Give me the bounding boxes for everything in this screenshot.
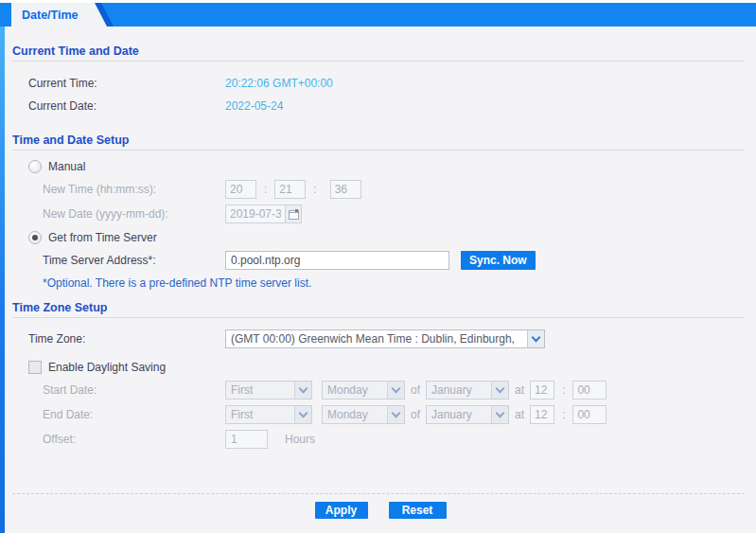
select-arrow-box <box>294 406 311 423</box>
offset-input <box>225 430 268 449</box>
enable-daylight-saving-label: Enable Daylight Saving <box>48 361 166 374</box>
end-date-day-value: Monday <box>323 408 387 421</box>
new-time-second-input <box>330 180 361 199</box>
end-date-ordinal-select: First <box>225 405 312 424</box>
enable-daylight-saving-checkbox[interactable] <box>28 361 42 374</box>
current-time-row: Current Time: 20:22:06 GMT+00:00 <box>28 72 756 95</box>
end-date-month-select: January <box>426 405 509 424</box>
select-arrow-box <box>491 382 508 399</box>
get-from-time-server-radio[interactable] <box>28 231 42 244</box>
sync-now-button[interactable]: Sync. Now <box>461 251 536 270</box>
get-from-time-server-label: Get from Time Server <box>48 231 157 244</box>
ntp-optional-note: *Optional. There is a pre-defined NTP ti… <box>43 276 311 290</box>
offset-label: Offset: <box>43 433 225 446</box>
section-divider <box>12 61 745 62</box>
current-date-label: Current Date: <box>28 99 225 113</box>
select-arrow-box <box>387 382 404 399</box>
start-date-month-value: January <box>427 383 491 397</box>
end-date-ordinal-value: First <box>226 408 294 421</box>
current-date-value: 2022-05-24 <box>225 99 283 113</box>
select-arrow-box <box>491 406 508 423</box>
time-server-address-input[interactable] <box>225 251 449 270</box>
time-server-address-row: Time Server Address*: Sync. Now <box>43 248 756 273</box>
manual-radio[interactable] <box>28 160 42 173</box>
time-zone-selected-value: (GMT 00:00) Greenwich Mean Time : Dublin… <box>226 332 527 346</box>
new-time-hour-input <box>225 180 256 199</box>
daylight-saving-row: Enable Daylight Saving <box>28 357 756 378</box>
ntp-note-row: *Optional. There is a pre-defined NTP ti… <box>43 273 756 293</box>
section-title-current-time-and-date: Current Time and Date <box>12 27 745 58</box>
start-date-ordinal-select: First <box>225 381 312 400</box>
section-divider <box>12 317 745 318</box>
start-date-day-value: Monday <box>323 383 387 397</box>
current-date-row: Current Date: 2022-05-24 <box>28 95 756 117</box>
time-zone-row: Time Zone: (GMT 00:00) Greenwich Mean Ti… <box>28 327 756 351</box>
offset-row: Offset: Hours <box>43 427 756 452</box>
start-date-month-select: January <box>426 381 509 400</box>
chevron-down-icon <box>299 409 308 418</box>
calendar-icon <box>289 209 299 220</box>
end-date-month-value: January <box>427 408 491 421</box>
new-date-row: New Date (yyyy-mm-dd): <box>43 202 756 226</box>
footer-divider <box>12 493 745 494</box>
time-zone-select[interactable]: (GMT 00:00) Greenwich Mean Time : Dublin… <box>225 329 545 348</box>
chevron-down-icon <box>392 384 401 394</box>
at-label: at <box>515 408 524 421</box>
at-label: at <box>515 383 524 397</box>
chevron-down-icon <box>496 409 505 418</box>
get-from-time-server-row: Get from Time Server <box>28 227 756 248</box>
select-arrow-box <box>527 330 544 347</box>
chevron-down-icon <box>532 333 541 343</box>
end-date-day-select: Monday <box>322 405 405 424</box>
end-date-minute-input <box>572 405 607 424</box>
section-title-time-and-date-setup: Time and Date Setup <box>12 117 745 147</box>
end-date-row: End Date: First Monday of January at : <box>43 402 756 427</box>
select-arrow-box <box>294 382 311 399</box>
manual-row: Manual <box>28 156 756 177</box>
tab-bar: Date/Time <box>0 3 756 27</box>
of-label: of <box>411 383 420 397</box>
end-date-label: End Date: <box>43 408 225 421</box>
reset-button[interactable]: Reset <box>389 502 447 519</box>
section-title-time-zone-setup: Time Zone Setup <box>12 293 745 314</box>
end-date-hour-input <box>530 405 554 424</box>
chevron-down-icon <box>496 384 505 394</box>
settings-content: Current Time and Date Current Time: 20:2… <box>5 27 756 533</box>
start-date-hour-input <box>530 381 554 400</box>
current-time-label: Current Time: <box>28 77 225 90</box>
start-date-minute-input <box>572 381 607 400</box>
new-time-row: New Time (hh:mm:ss): : : <box>43 177 756 202</box>
new-time-label: New Time (hh:mm:ss): <box>43 183 225 196</box>
of-label: of <box>411 408 420 421</box>
manual-label: Manual <box>48 160 85 173</box>
time-server-address-label: Time Server Address*: <box>43 254 225 267</box>
time-colon: : <box>562 383 565 397</box>
new-time-minute-input <box>274 180 306 199</box>
start-date-day-select: Monday <box>322 381 405 400</box>
start-date-label: Start Date: <box>43 383 225 397</box>
select-arrow-box <box>387 406 404 423</box>
new-date-input <box>225 204 286 223</box>
new-date-label: New Date (yyyy-mm-dd): <box>43 207 225 221</box>
tab-face: Date/Time <box>11 3 107 27</box>
start-date-ordinal-value: First <box>226 383 294 397</box>
tab-label: Date/Time <box>11 9 79 22</box>
time-colon: : <box>264 183 267 196</box>
apply-button[interactable]: Apply <box>315 502 368 519</box>
footer-actions: Apply Reset <box>5 502 756 519</box>
calendar-button <box>286 204 302 223</box>
chevron-down-icon <box>299 384 308 394</box>
offset-unit-label: Hours <box>285 433 315 446</box>
current-time-value: 20:22:06 GMT+00:00 <box>225 77 333 90</box>
time-colon: : <box>313 183 316 196</box>
time-colon: : <box>562 408 565 421</box>
chevron-down-icon <box>392 409 401 418</box>
tab-datetime[interactable]: Date/Time <box>11 3 114 27</box>
start-date-row: Start Date: First Monday of January at : <box>43 378 756 402</box>
section-divider <box>12 150 745 151</box>
datetime-settings-page: Date/Time Current Time and Date Current … <box>0 0 756 533</box>
time-zone-label: Time Zone: <box>28 332 225 346</box>
